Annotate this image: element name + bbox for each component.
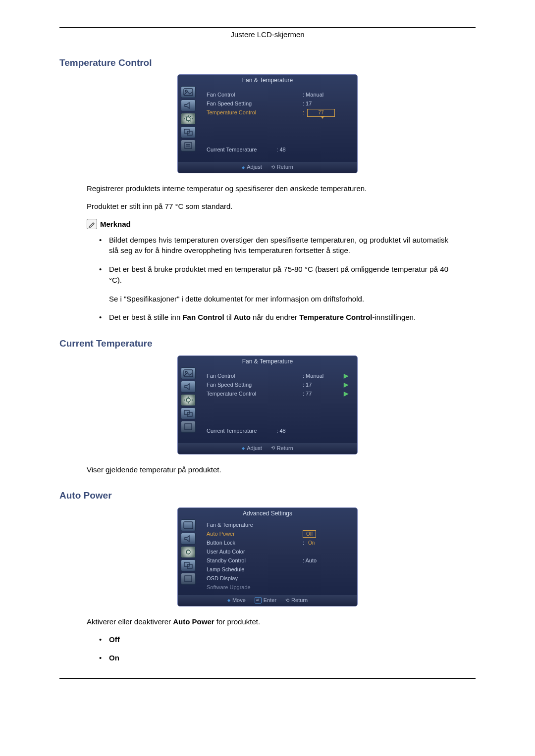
row-label: Temperature Control bbox=[207, 390, 271, 398]
multi-icon bbox=[181, 407, 196, 419]
svg-rect-11 bbox=[185, 424, 192, 430]
osd-footer: ◆Move ↵Enter ⟲Return bbox=[178, 595, 357, 606]
row-lamp-schedule[interactable]: Lamp Schedule ▶ bbox=[207, 565, 348, 574]
row-label: Auto Power bbox=[207, 530, 271, 538]
row-current-temperature: Current Temperature : 48 bbox=[207, 146, 348, 154]
osd-screenshot-2: Fan & Temperature Fan Control : Manual▶ … bbox=[59, 355, 476, 454]
section-heading-temperature-control: Temperature Control bbox=[59, 56, 476, 70]
note-icon bbox=[87, 219, 97, 229]
list-item: Off bbox=[99, 634, 448, 645]
row-label: Temperature Control bbox=[207, 109, 271, 117]
info-icon bbox=[181, 573, 196, 585]
row-label: Lamp Schedule bbox=[207, 566, 271, 574]
picture-icon bbox=[181, 519, 196, 531]
osd-rows: Fan & Temperature ▶ Auto Power Off Butto… bbox=[207, 521, 348, 592]
row-auto-power[interactable]: Auto Power Off bbox=[207, 530, 348, 539]
list-item: On bbox=[99, 653, 448, 663]
row-button-lock[interactable]: Button Lock : On bbox=[207, 539, 348, 548]
setup-icon bbox=[181, 394, 196, 406]
osd-screenshot-1: Fan & Temperature Fan Control : Manual▶ … bbox=[59, 74, 476, 173]
row-fan-speed[interactable]: Fan Speed Setting : 17▶ bbox=[207, 381, 348, 390]
row-label: Software Upgrade bbox=[207, 584, 271, 592]
footer-return: Return bbox=[291, 597, 308, 605]
row-user-auto-color[interactable]: User Auto Color ▶ bbox=[207, 548, 348, 556]
osd-rows: Fan Control : Manual▶ Fan Speed Setting … bbox=[207, 372, 348, 399]
osd-sidebar bbox=[181, 366, 199, 434]
return-icon: ⟲ bbox=[285, 597, 289, 605]
osd-title: Fan & Temperature bbox=[178, 357, 357, 366]
osd-screenshot-3: Advanced Settings Fan & Temperature ▶ Au… bbox=[59, 507, 476, 606]
row-fan-control[interactable]: Fan Control : Manual▶ bbox=[207, 372, 348, 381]
osd-panel: Fan & Temperature Fan Control : Manual▶ … bbox=[177, 355, 358, 454]
row-fan-speed: Fan Speed Setting : 17▶ bbox=[207, 100, 348, 108]
row-standby-control[interactable]: Standby Control : Auto▶ bbox=[207, 556, 348, 565]
paragraph: Registrerer produktets interne temperatu… bbox=[87, 183, 448, 194]
row-value: : 17 bbox=[303, 381, 312, 389]
bullet-list: Off On bbox=[99, 634, 448, 664]
sound-icon bbox=[181, 381, 196, 393]
document-header: Justere LCD-skjermen bbox=[59, 29, 476, 40]
row-label: Current Temperature bbox=[207, 146, 257, 154]
arrow-icon: ▶ bbox=[344, 372, 348, 380]
osd-panel: Advanced Settings Fan & Temperature ▶ Au… bbox=[177, 507, 358, 606]
option-on[interactable]: On bbox=[307, 540, 316, 547]
row-label: User Auto Color bbox=[207, 548, 271, 556]
osd-footer: ◆Adjust ⟲Return bbox=[178, 443, 357, 454]
row-temperature-control: Temperature Control : 77▶ bbox=[207, 108, 348, 117]
svg-point-8 bbox=[186, 398, 190, 402]
row-value: : Auto bbox=[303, 557, 317, 565]
temperature-slider[interactable]: 77 bbox=[307, 109, 335, 117]
footer-adjust: Adjust bbox=[247, 163, 262, 171]
info-icon bbox=[181, 421, 196, 433]
row-value: : Manual bbox=[303, 372, 323, 380]
arrow-icon: ▶ bbox=[344, 390, 348, 398]
row-value: : 17 bbox=[303, 100, 312, 108]
osd-sidebar bbox=[181, 85, 199, 153]
osd-panel: Fan & Temperature Fan Control : Manual▶ … bbox=[177, 74, 358, 173]
footer-enter: Enter bbox=[264, 597, 276, 605]
svg-rect-5 bbox=[185, 143, 192, 149]
bullet-list: Bildet dempes hvis temperaturen overstig… bbox=[99, 235, 448, 323]
row-label: Fan Control bbox=[207, 91, 271, 99]
paragraph: Produktet er stilt inn på 77 °C som stan… bbox=[87, 201, 448, 212]
row-temperature-control[interactable]: Temperature Control : 77▶ bbox=[207, 390, 348, 399]
row-label: Fan Control bbox=[207, 372, 271, 380]
list-item: Det er best å stille inn Fan Control til… bbox=[99, 312, 448, 323]
svg-point-2 bbox=[186, 117, 190, 121]
row-osd-display[interactable]: OSD Display ▶ bbox=[207, 574, 348, 583]
info-icon bbox=[181, 140, 196, 151]
note-row: Merknad bbox=[87, 219, 476, 230]
arrow-icon: ▶ bbox=[344, 381, 348, 389]
row-label: Fan Speed Setting bbox=[207, 381, 271, 389]
section-heading-current-temperature: Current Temperature bbox=[59, 337, 476, 351]
row-label: Button Lock bbox=[207, 539, 271, 547]
row-fan-control: Fan Control : Manual▶ bbox=[207, 91, 348, 100]
multi-icon bbox=[181, 126, 196, 138]
list-item: Bildet dempes hvis temperaturen overstig… bbox=[99, 235, 448, 256]
row-value: : Manual bbox=[303, 91, 323, 99]
picture-icon bbox=[181, 367, 196, 379]
row-value: : 48 bbox=[276, 427, 285, 435]
section-heading-auto-power: Auto Power bbox=[59, 489, 476, 503]
footer-return: Return bbox=[277, 445, 293, 453]
return-icon: ⟲ bbox=[271, 164, 275, 171]
footer-return: Return bbox=[277, 163, 293, 171]
paragraph: Aktiverer eller deaktiverer Auto Power f… bbox=[87, 616, 448, 627]
row-label: Standby Control bbox=[207, 557, 271, 565]
setup-icon bbox=[181, 113, 196, 125]
footer-move: Move bbox=[232, 597, 246, 605]
updown-icon: ◆ bbox=[227, 598, 230, 604]
picture-icon bbox=[181, 86, 196, 98]
osd-title: Advanced Settings bbox=[178, 509, 357, 518]
osd-sidebar bbox=[181, 518, 199, 586]
bottom-rule bbox=[59, 678, 476, 679]
option-off[interactable]: Off bbox=[303, 530, 316, 538]
row-label: Fan & Temperature bbox=[207, 521, 271, 529]
slider-knob-icon bbox=[321, 116, 324, 119]
svg-rect-12 bbox=[184, 522, 193, 529]
row-fan-temperature[interactable]: Fan & Temperature ▶ bbox=[207, 521, 348, 530]
svg-rect-16 bbox=[185, 576, 192, 582]
setup-icon bbox=[181, 546, 196, 558]
updown-icon: ◆ bbox=[242, 446, 245, 452]
enter-icon: ↵ bbox=[255, 597, 262, 604]
